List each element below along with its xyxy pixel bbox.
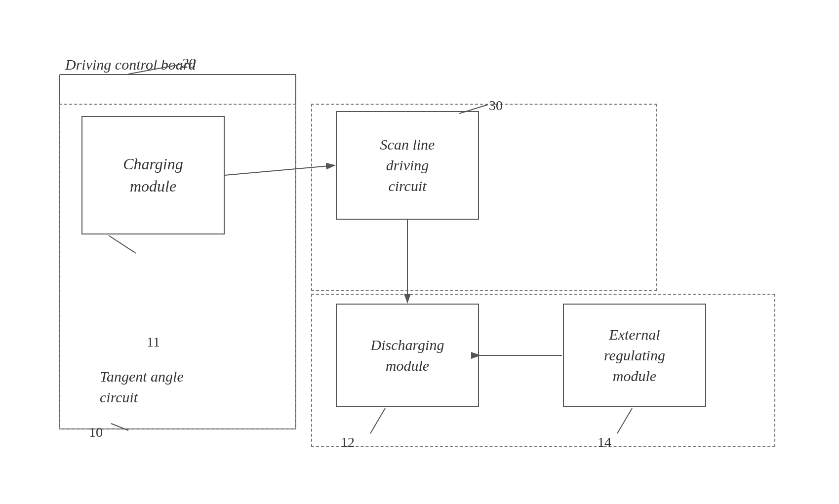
- label-14: 14: [598, 434, 611, 450]
- tangent-angle-text: Tangent anglecircuit: [100, 366, 184, 408]
- driving-control-board-label: Driving control board: [65, 56, 196, 73]
- label-11: 11: [147, 334, 160, 350]
- charging-module-text: Chargingmodule: [123, 153, 183, 197]
- label-30: 30: [489, 98, 503, 114]
- discharging-module-text: Dischargingmodule: [371, 335, 444, 376]
- discharging-module-box: Dischargingmodule: [336, 304, 479, 407]
- label-12: 12: [341, 434, 355, 450]
- diagram-container: 20 Driving control board Tangent angleci…: [30, 25, 810, 479]
- scan-line-box: Scan linedrivingcircuit: [336, 111, 479, 220]
- external-reg-text: Externalregulatingmodule: [604, 324, 665, 387]
- external-reg-box: Externalregulatingmodule: [563, 304, 706, 407]
- label-10: 10: [89, 425, 103, 440]
- scan-line-text: Scan linedrivingcircuit: [380, 134, 435, 196]
- charging-module-box: Chargingmodule: [81, 116, 225, 234]
